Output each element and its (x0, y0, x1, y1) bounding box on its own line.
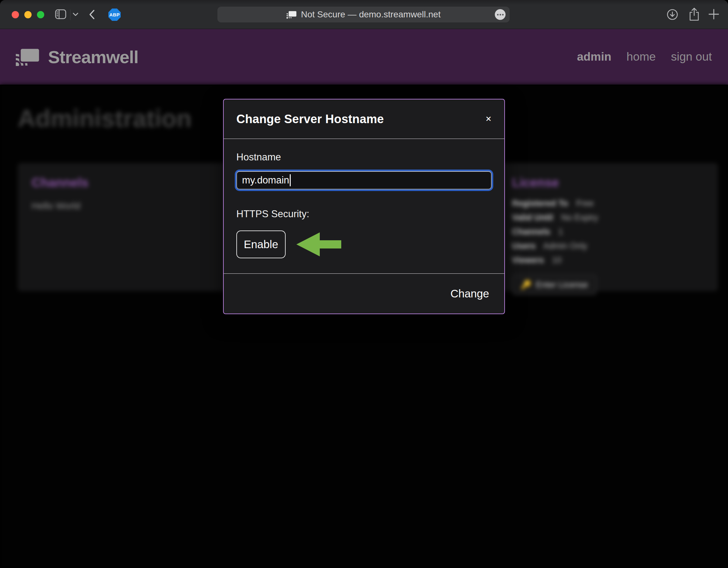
license-row: Viewers 10 (512, 256, 704, 265)
enter-license-button[interactable]: 🔑 Enter License (512, 275, 597, 295)
license-card: License Registered To Free Valid Until N… (498, 163, 718, 291)
minimize-window-button[interactable] (24, 11, 32, 18)
text-caret (290, 174, 291, 186)
license-row-label: Valid Until (512, 213, 553, 222)
new-tab-plus-button[interactable] (708, 8, 720, 20)
license-row-label: Channels (512, 227, 550, 237)
license-row: Registered To Free (512, 199, 704, 209)
https-security-label: HTTPS Security: (236, 209, 492, 220)
license-row-value: 10 (552, 256, 561, 265)
license-row: Valid Until No Expiry (512, 213, 704, 223)
key-icon: 🔑 (521, 280, 531, 290)
downloads-button[interactable] (666, 8, 679, 21)
enable-https-button[interactable]: Enable (236, 231, 286, 258)
adblock-extension-icon[interactable]: ABP (108, 9, 121, 21)
abp-label: ABP (109, 12, 120, 17)
app-header: Streamwell admin home sign out (0, 29, 728, 85)
nav-sign-out[interactable]: sign out (671, 50, 712, 63)
nav-home[interactable]: home (627, 50, 656, 63)
enter-license-label: Enter License (536, 280, 588, 290)
change-hostname-modal: Change Server Hostname ✕ Hostname my.dom… (223, 99, 505, 314)
license-row-label: Viewers (512, 256, 544, 265)
license-row-value: No Expiry (561, 213, 598, 222)
hostname-input-value: my.domain (242, 175, 289, 186)
modal-body: Hostname my.domain HTTPS Security: Enabl… (224, 139, 504, 258)
brand-name: Streamwell (48, 47, 138, 67)
license-row-label: Registered To (512, 199, 568, 208)
address-bar-text: Not Secure — demo.streamwell.net (301, 9, 441, 20)
close-window-button[interactable] (12, 11, 19, 18)
page-settings-ellipsis-icon[interactable] (495, 9, 506, 20)
license-row: Channels 1 (512, 227, 704, 237)
page-title: Administration (18, 104, 191, 133)
fullscreen-window-button[interactable] (37, 11, 44, 18)
header-nav: admin home sign out (577, 50, 712, 63)
share-button[interactable] (688, 7, 701, 22)
license-row-value: Free (576, 199, 594, 208)
modal-header: Change Server Hostname ✕ (224, 100, 504, 139)
chevron-down-icon[interactable] (73, 13, 78, 16)
green-arrow-left-icon (296, 233, 341, 257)
brand[interactable]: Streamwell (16, 47, 138, 67)
hostname-label: Hostname (236, 152, 492, 163)
hostname-input[interactable]: my.domain (236, 171, 492, 190)
license-row-value: Admin Only (543, 241, 587, 251)
license-row: Users Admin Only (512, 241, 704, 251)
license-row-value: 1 (558, 227, 563, 237)
license-card-title: License (512, 176, 704, 190)
toolbar-divider (70, 9, 70, 20)
modal-title: Change Server Hostname (236, 112, 384, 126)
change-button[interactable]: Change (450, 287, 489, 300)
enable-row: Enable (236, 231, 492, 258)
nav-admin[interactable]: admin (577, 50, 611, 63)
back-button[interactable] (89, 9, 95, 20)
modal-footer: Change (224, 274, 504, 313)
license-row-label: Users (512, 241, 536, 251)
address-bar[interactable]: Not Secure — demo.streamwell.net (217, 7, 510, 22)
sidebar-toggle-button[interactable] (55, 9, 66, 19)
cast-logo-icon (16, 48, 40, 66)
close-icon[interactable]: ✕ (485, 115, 492, 123)
traffic-lights (12, 11, 44, 18)
site-favicon-cast-icon (287, 10, 297, 19)
screen: ABP Not Secure — demo.streamwell.net (0, 0, 728, 568)
browser-toolbar: ABP Not Secure — demo.streamwell.net (0, 0, 728, 29)
